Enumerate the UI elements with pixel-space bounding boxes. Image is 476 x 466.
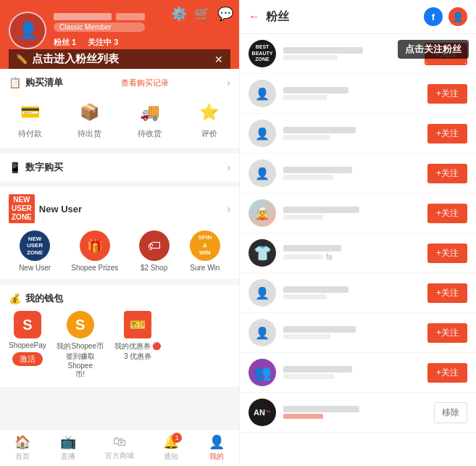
chat-icon[interactable]: 💬 xyxy=(217,6,233,22)
main-content: 📋 购买清单 查看购买记录 › 💳 待付款 📦 待出货 🚚 待收货 xyxy=(0,69,239,466)
fans-list: BESTBEAUTYZONE +关注 👤 +关注 👤 xyxy=(240,34,476,466)
fan-info xyxy=(283,207,420,220)
settings-icon[interactable]: ⚙️ xyxy=(171,6,187,22)
voucher-item[interactable]: 🎫 我的优惠券 🔴3 优惠券 xyxy=(114,311,162,380)
profile-name-block xyxy=(54,13,145,20)
fan-sub xyxy=(283,254,323,259)
voucher-icon: 🎫 xyxy=(124,311,151,338)
shopee-pay-item[interactable]: S ShopeePay 激活 xyxy=(9,311,46,380)
two-dollar-label: $2 Shop xyxy=(141,264,167,272)
nav-profile[interactable]: 👤 我的 xyxy=(209,434,225,462)
shopee-prizes-icon: 🎁 xyxy=(80,230,110,261)
nav-store-label: 官方商城 xyxy=(105,451,134,461)
wallet-title-text: 我的钱包 xyxy=(25,292,63,305)
shopee-coin-item[interactable]: S 我的Shopee币签到赚取Shopee币! xyxy=(55,311,106,380)
order-icons: 💳 待付款 📦 待出货 🚚 待收货 ⭐ 评价 xyxy=(0,93,239,148)
fans-header: ← 粉丝 f 👤 xyxy=(240,0,476,34)
nav-live[interactable]: 📺 直播 xyxy=(60,434,76,462)
fan-item: 👤 +关注 xyxy=(240,74,476,114)
right-panel: ← 粉丝 f 👤 点击关注粉丝 BESTBEAUTYZONE +关注 👤 xyxy=(239,0,476,466)
follow-button[interactable]: +关注 xyxy=(427,164,467,183)
classic-badge: Classic Member xyxy=(54,22,145,32)
new-user-header: NEWUSERZONE New User › xyxy=(9,194,230,223)
fan-item: 👤 +关注 xyxy=(240,114,476,154)
following-stat[interactable]: 关注中 3 xyxy=(88,37,118,48)
fan-name xyxy=(283,406,359,412)
fan-name xyxy=(283,366,352,373)
follow-button[interactable]: +关注 xyxy=(427,84,467,104)
fan-name xyxy=(283,245,341,251)
avatar[interactable]: 👤 xyxy=(9,12,46,49)
delivery-label: 待收货 xyxy=(138,128,162,139)
facebook-button[interactable]: f xyxy=(424,7,443,26)
new-user-zone-icon: NEWUSERZONE xyxy=(20,230,50,261)
review-icon: ⭐ xyxy=(196,99,222,125)
shopee-pay-label: ShopeePay xyxy=(9,341,46,349)
two-dollar-shop-item[interactable]: 🏷 $2 Shop xyxy=(139,230,170,272)
fan-info xyxy=(283,127,420,140)
new-user-section: NEWUSERZONE New User › NEWUSERZONE New U… xyxy=(0,187,239,279)
fan-info xyxy=(283,326,420,339)
edit-icon: ✏️ xyxy=(16,54,28,65)
fan-item: 👤 +关注 xyxy=(240,273,476,313)
profile-nav-icon: 👤 xyxy=(209,434,225,450)
nav-store[interactable]: 🛍 官方商城 xyxy=(105,434,134,462)
left-panel: ⚙️ 🛒 💬 👤 Classic Member 粉丝 1 关注中 3 xyxy=(0,0,239,466)
follow-button[interactable]: +关注 xyxy=(427,124,467,143)
follow-button[interactable]: +关注 xyxy=(427,363,467,383)
order-item-delivery[interactable]: 🚚 待收货 xyxy=(136,99,162,139)
follow-button[interactable]: +关注 xyxy=(427,204,467,223)
fan-item: 👤 +关注 xyxy=(240,154,476,194)
activate-button[interactable]: 激活 xyxy=(12,352,43,366)
remove-button[interactable]: 移除 xyxy=(434,402,467,423)
profile-annotation[interactable]: 点击进入粉丝列表 xyxy=(32,52,119,66)
user-profile-button[interactable]: 👤 xyxy=(448,7,467,26)
live-icon: 📺 xyxy=(60,434,76,450)
fan-item: 🧝 +关注 xyxy=(240,194,476,233)
profile-name-bar xyxy=(54,13,112,20)
sure-win-item[interactable]: SPIN&WIN Sure Win xyxy=(190,230,220,272)
new-user-title: New User xyxy=(39,204,82,215)
order-item-payment[interactable]: 💳 待付款 xyxy=(17,99,43,139)
follow-button[interactable]: +关注 xyxy=(427,244,467,263)
shopee-prizes-label: Shopee Prizes xyxy=(71,264,118,272)
fan-sub xyxy=(283,135,330,140)
fan-avatar: 👕 xyxy=(249,239,276,267)
digital-title: 📱 数字购买 xyxy=(9,161,63,174)
new-user-zone-item[interactable]: NEWUSERZONE New User xyxy=(19,230,51,272)
orders-link[interactable]: 查看购买记录 xyxy=(121,78,169,88)
order-item-review[interactable]: ⭐ 评价 xyxy=(196,99,222,139)
fan-sub xyxy=(283,414,323,419)
wallet-icon: 💰 xyxy=(9,293,21,304)
fan-item: AN™ 移除 xyxy=(240,393,476,433)
cart-icon[interactable]: 🛒 xyxy=(194,6,210,22)
notification-badge: 1 xyxy=(172,433,182,443)
wallet-items: S ShopeePay 激活 S 我的Shopee币签到赚取Shopee币! 🎫… xyxy=(9,311,230,380)
shopee-prizes-item[interactable]: 🎁 Shopee Prizes xyxy=(71,230,118,272)
nav-live-label: 直播 xyxy=(61,452,75,462)
back-button[interactable]: ← xyxy=(249,10,260,23)
fan-item: 👤 +关注 xyxy=(240,313,476,353)
close-button[interactable]: ✕ xyxy=(214,54,223,65)
fan-name xyxy=(283,167,352,173)
digital-section[interactable]: 📱 数字购买 › xyxy=(0,154,239,181)
nav-home[interactable]: 🏠 首页 xyxy=(14,434,30,462)
profile-name-bar2 xyxy=(116,13,145,20)
fan-name xyxy=(283,207,359,213)
fan-avatar: 👤 xyxy=(249,80,276,107)
orders-title-text: 购买清单 xyxy=(25,76,63,89)
nav-notifications[interactable]: 🔔 1 通知 xyxy=(163,434,179,462)
fan-name xyxy=(283,87,348,93)
fan-info xyxy=(283,87,420,100)
orders-icon: 📋 xyxy=(9,77,21,88)
follow-button[interactable]: +关注 xyxy=(427,323,467,343)
fan-avatar: 🧝 xyxy=(249,199,276,227)
follow-button[interactable]: +关注 xyxy=(427,283,467,303)
fans-stat[interactable]: 粉丝 1 xyxy=(54,37,76,48)
shopee-coin-icon: S xyxy=(67,311,94,338)
delivery-icon: 🚚 xyxy=(136,99,162,125)
order-item-shipping[interactable]: 📦 待出货 xyxy=(77,99,103,139)
sure-win-icon: SPIN&WIN xyxy=(190,230,220,261)
fan-avatar: AN™ xyxy=(249,399,276,426)
nav-notifications-label: 通知 xyxy=(164,452,178,462)
